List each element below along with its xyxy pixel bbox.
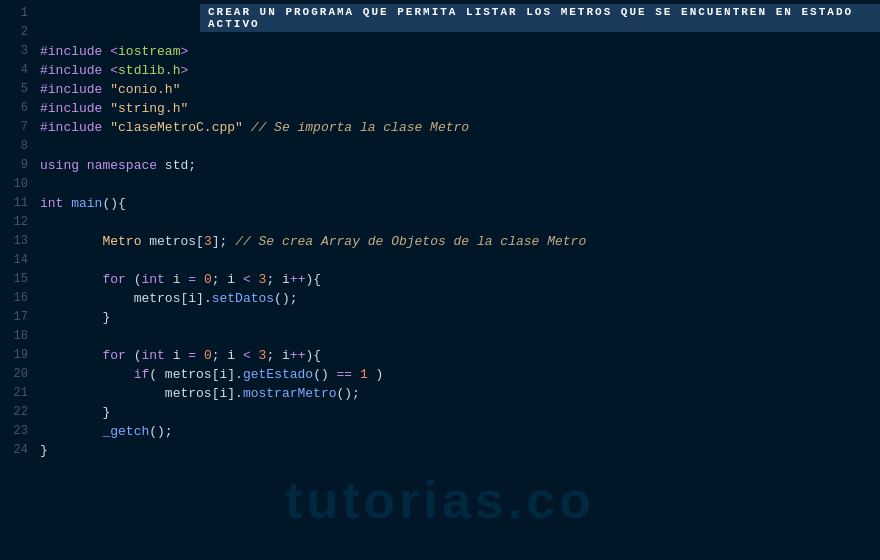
code-line: 6 #include "string.h" [0,99,880,118]
code-line: 4 #include <stdlib.h> [0,61,880,80]
code-line: 7 #include "claseMetroC.cpp" // Se impor… [0,118,880,137]
code-line: 10 [0,175,880,194]
title-text: CREAR UN PROGRAMA QUE PERMITA LISTAR LOS… [200,4,880,32]
code-line: 21 metros[i].mostrarMetro(); [0,384,880,403]
code-line: 13 Metro metros[3]; // Se crea Array de … [0,232,880,251]
code-line: 16 metros[i].setDatos(); [0,289,880,308]
code-line: 5 #include "conio.h" [0,80,880,99]
code-line: 22 } [0,403,880,422]
code-line: 19 for (int i = 0; i < 3; i++){ [0,346,880,365]
code-line: 24 } [0,441,880,460]
code-line: 17 } [0,308,880,327]
title-bar: CREAR UN PROGRAMA QUE PERMITA LISTAR LOS… [200,4,880,32]
code-line: 8 [0,137,880,156]
code-line: 15 for (int i = 0; i < 3; i++){ [0,270,880,289]
code-line: 18 [0,327,880,346]
code-line: 14 [0,251,880,270]
code-line: 23 _getch(); [0,422,880,441]
code-line: 3 #include <iostream> [0,42,880,61]
code-line: 9 using namespace std; [0,156,880,175]
code-editor: CREAR UN PROGRAMA QUE PERMITA LISTAR LOS… [0,0,880,560]
code-line: 20 if( metros[i].getEstado() == 1 ) [0,365,880,384]
code-line: 11 int main(){ [0,194,880,213]
code-line: 12 [0,213,880,232]
